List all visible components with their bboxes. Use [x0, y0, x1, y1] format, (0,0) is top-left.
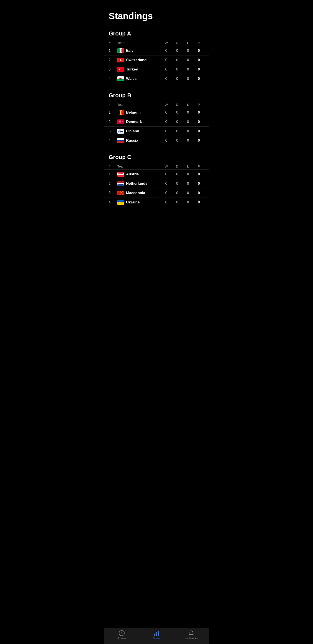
- stat-p: 0: [193, 68, 204, 71]
- group-b-section: Group B # Team W D L P 1 🇧🇪 Belgium 0 0 …: [104, 87, 209, 148]
- col-p: P: [193, 164, 204, 168]
- table-row: 1 🇦🇹 Austria 0 0 0 0: [104, 170, 209, 179]
- group-c-header: # Team W D L P: [104, 163, 209, 170]
- team-cell: 🇩🇰 Denmark: [117, 120, 161, 124]
- table-row: 2 🇳🇱 Netherlands 0 0 0 0: [104, 179, 209, 188]
- team-name: Switzerland: [126, 58, 146, 62]
- stat-d: 0: [172, 49, 183, 53]
- team-flag: 🇫🇮: [117, 129, 124, 134]
- stat-p: 0: [193, 129, 204, 133]
- stat-w: 0: [161, 129, 172, 133]
- stat-d: 0: [172, 172, 183, 176]
- team-flag: 🏴󠁧󠁢󠁷󠁬󠁳󠁿: [117, 76, 124, 81]
- team-name: Ukraine: [126, 200, 140, 204]
- team-cell: 🇳🇱 Netherlands: [117, 181, 161, 186]
- col-w: W: [161, 41, 172, 44]
- team-cell: 🇷🇺 Russia: [117, 138, 161, 143]
- team-cell: 🇲🇰 Macedonia: [117, 190, 161, 196]
- rank: 1: [109, 110, 117, 114]
- stat-d: 0: [172, 191, 183, 195]
- stat-p: 0: [193, 120, 204, 124]
- col-team: Team: [117, 41, 161, 44]
- rank: 3: [109, 191, 117, 195]
- team-flag: 🇺🇦: [117, 200, 124, 205]
- stat-l: 0: [183, 138, 193, 142]
- team-name: Macedonia: [126, 191, 145, 195]
- stat-l: 0: [183, 172, 193, 176]
- team-cell: 🇦🇹 Austria: [117, 172, 161, 177]
- rank: 2: [109, 120, 117, 124]
- rank: 4: [109, 77, 117, 81]
- team-cell: 🇧🇪 Belgium: [117, 110, 161, 115]
- table-row: 3 🇲🇰 Macedonia 0 0 0 0: [104, 188, 209, 198]
- stat-p: 0: [193, 172, 204, 176]
- bottom-nav: Fixtures Tables Notifications: [104, 628, 209, 644]
- stat-l: 0: [183, 110, 193, 114]
- tables-icon: [153, 630, 160, 636]
- table-row: 4 🏴󠁧󠁢󠁷󠁬󠁳󠁿 Wales 0 0 0 0: [104, 74, 209, 83]
- stat-w: 0: [161, 77, 172, 81]
- svg-rect-2: [156, 632, 157, 636]
- stat-d: 0: [172, 110, 183, 114]
- rank: 3: [109, 68, 117, 71]
- team-name: Italy: [126, 48, 133, 53]
- svg-rect-3: [158, 631, 159, 636]
- team-name: Finland: [126, 129, 139, 133]
- stat-d: 0: [172, 129, 183, 133]
- table-row: 1 🇮🇹 Italy 0 0 0 0: [104, 46, 209, 56]
- col-rank: #: [109, 164, 117, 168]
- table-row: 2 🇩🇰 Denmark 0 0 0 0: [104, 117, 209, 126]
- nav-item-notifications[interactable]: Notifications: [174, 630, 209, 640]
- stat-w: 0: [161, 191, 172, 195]
- team-flag: 🇨🇭: [117, 58, 124, 62]
- stat-w: 0: [161, 58, 172, 62]
- page-header: Standings: [104, 0, 209, 25]
- nav-item-tables[interactable]: Tables: [139, 630, 174, 640]
- team-flag: 🇳🇱: [117, 181, 124, 186]
- team-flag: 🇧🇪: [117, 110, 124, 115]
- stat-p: 0: [193, 77, 204, 81]
- col-rank: #: [109, 103, 117, 106]
- stat-l: 0: [183, 77, 193, 81]
- content: Group A # Team W D L P 1 🇮🇹 Italy 0 0 0 …: [104, 25, 209, 230]
- rank: 2: [109, 58, 117, 62]
- stat-p: 0: [193, 191, 204, 195]
- stat-w: 0: [161, 120, 172, 124]
- svg-rect-1: [154, 634, 155, 636]
- rank: 4: [109, 200, 117, 204]
- stat-p: 0: [193, 182, 204, 186]
- team-name: Russia: [126, 138, 138, 143]
- table-row: 4 🇺🇦 Ukraine 0 0 0 0: [104, 198, 209, 207]
- stat-l: 0: [183, 191, 193, 195]
- rank: 1: [109, 49, 117, 53]
- team-cell: 🏴󠁧󠁢󠁷󠁬󠁳󠁿 Wales: [117, 76, 161, 81]
- team-flag: 🇩🇰: [117, 120, 124, 124]
- page-title: Standings: [109, 11, 204, 21]
- col-team: Team: [117, 164, 161, 168]
- nav-item-fixtures[interactable]: Fixtures: [104, 630, 139, 640]
- team-flag: 🇮🇹: [117, 48, 124, 53]
- rank: 4: [109, 138, 117, 142]
- team-cell: 🇨🇭 Switzerland: [117, 58, 161, 62]
- team-flag: 🇷🇺: [117, 138, 124, 143]
- stat-d: 0: [172, 120, 183, 124]
- team-name: Austria: [126, 172, 139, 176]
- stat-l: 0: [183, 129, 193, 133]
- fixtures-icon: [119, 630, 125, 636]
- stat-p: 0: [193, 200, 204, 204]
- table-row: 3 🇫🇮 Finland 0 0 0 0: [104, 126, 209, 136]
- stat-d: 0: [172, 138, 183, 142]
- team-flag: 🇦🇹: [117, 172, 124, 177]
- notifications-icon: [188, 630, 194, 636]
- group-c-section: Group C # Team W D L P 1 🇦🇹 Austria 0 0 …: [104, 148, 209, 210]
- col-w: W: [161, 103, 172, 106]
- nav-label-tables: Tables: [153, 637, 160, 640]
- table-row: 2 🇨🇭 Switzerland 0 0 0 0: [104, 56, 209, 65]
- table-row: 1 🇧🇪 Belgium 0 0 0 0: [104, 108, 209, 117]
- col-l: L: [183, 164, 193, 168]
- col-p: P: [193, 103, 204, 106]
- stat-l: 0: [183, 182, 193, 186]
- rank: 1: [109, 172, 117, 176]
- team-name: Wales: [126, 76, 137, 81]
- group-a-header: # Team W D L P: [104, 40, 209, 46]
